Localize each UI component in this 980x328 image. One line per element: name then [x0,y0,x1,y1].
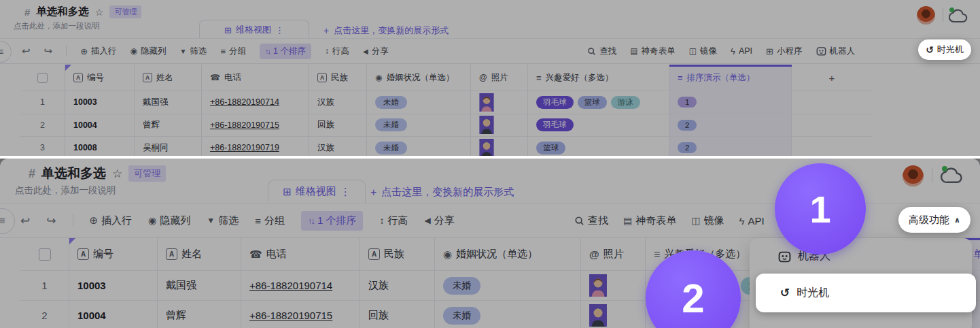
time-machine-button[interactable]: ↺ 时光机 [918,39,971,60]
chevron-up-icon: ∧ [954,216,960,225]
menu-item-time-machine[interactable]: ↺ 时光机 [756,274,976,312]
time-machine-label: 时光机 [937,44,964,56]
advanced-features-button[interactable]: 高级功能 ∧ [898,207,970,233]
time-machine-icon: ↺ [780,286,790,300]
step-number: 1 [809,187,830,231]
time-machine-icon: ↺ [926,44,934,55]
step-number: 2 [682,275,704,322]
tutorial-step-1-badge: 1 [775,163,866,255]
screenshot-separator [0,156,980,159]
menu-item-time-machine-label: 时光机 [797,286,829,300]
advanced-features-label: 高级功能 [909,214,949,227]
